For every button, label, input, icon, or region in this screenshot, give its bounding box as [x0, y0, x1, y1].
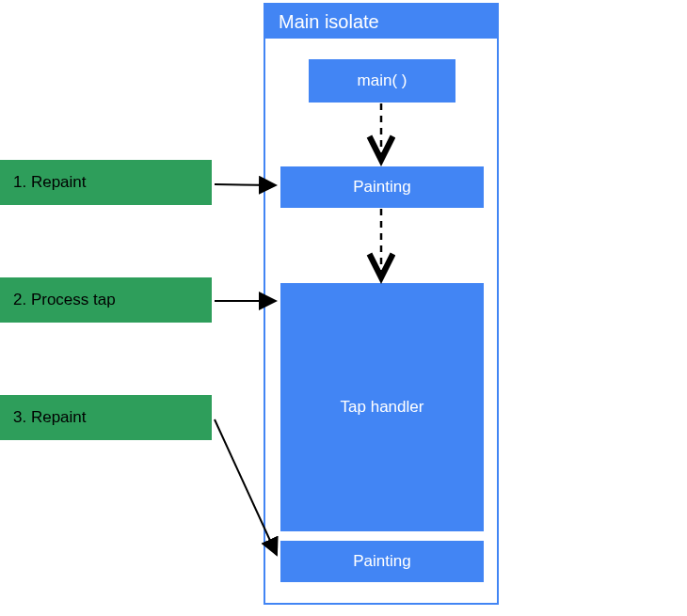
isolate-title: Main isolate [265, 5, 497, 39]
event-repaint-2: 3. Repaint [0, 395, 212, 440]
block-label: Tap handler [341, 398, 424, 417]
isolate-title-text: Main isolate [279, 11, 379, 33]
event-label: 3. Repaint [13, 408, 87, 427]
event-label: 2. Process tap [13, 291, 116, 309]
event-process-tap: 2. Process tap [0, 277, 212, 323]
main-isolate-container: Main isolate main( ) Painting Tap handle… [264, 3, 499, 605]
block-label: main( ) [358, 71, 407, 90]
event-label: 1. Repaint [13, 173, 87, 192]
block-tap-handler: Tap handler [280, 283, 484, 531]
block-label: Painting [353, 178, 410, 197]
block-painting-2: Painting [280, 541, 484, 582]
event-repaint-1: 1. Repaint [0, 160, 212, 205]
block-painting-1: Painting [280, 166, 484, 208]
block-label: Painting [353, 552, 410, 571]
block-main: main( ) [309, 59, 455, 103]
